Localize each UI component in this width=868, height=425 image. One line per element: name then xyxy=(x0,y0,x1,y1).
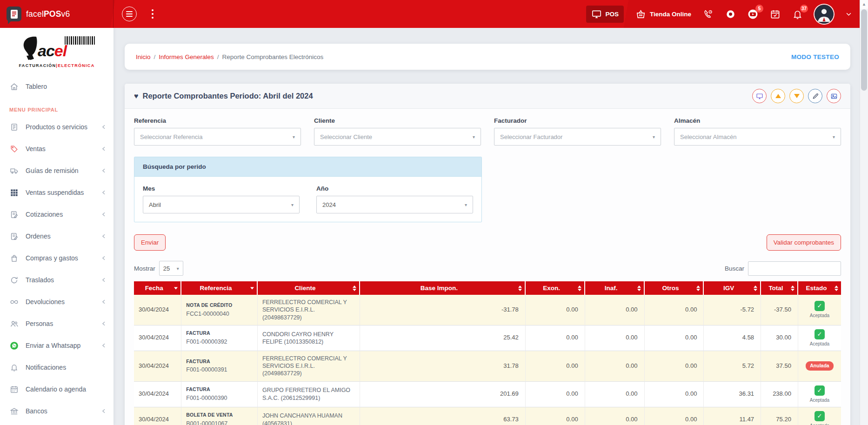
column-header-fecha[interactable]: Fecha xyxy=(134,281,181,295)
table-body: 30/04/2024NOTA DE CRÉDITOFCC1-00000040FE… xyxy=(134,295,841,425)
pos-button[interactable]: POS xyxy=(586,6,624,23)
column-header-estado[interactable]: Estado xyxy=(798,281,841,295)
sidebar-item-calendario-o-agenda[interactable]: Calendario o agenda xyxy=(0,380,114,398)
eye-record-button[interactable] xyxy=(725,9,736,20)
vertical-scrollbar[interactable]: ▲ xyxy=(860,0,868,425)
company-logo[interactable]: acel FACTURACIÓN|ELECTRÓNICA xyxy=(0,28,114,71)
calendar-check-button[interactable] xyxy=(770,9,781,20)
report-card: ♥ Reporte Comprobantes Periodo: Abril de… xyxy=(125,84,850,425)
periodo-panel: Búsqueda por perido Mes Abril ▾ Año 2024 xyxy=(134,157,482,222)
chevron-left-icon xyxy=(101,146,106,151)
tienda-online-button[interactable]: Tienda Online xyxy=(635,9,691,20)
column-header-inaf[interactable]: Inaf. xyxy=(585,281,645,295)
column-header-base-impon[interactable]: Base Impon. xyxy=(360,281,526,295)
page-size-select[interactable]: 25 ▾ xyxy=(159,261,183,276)
referencia-select[interactable]: Seleccionar Referencia ▾ xyxy=(134,128,301,146)
sort-icon xyxy=(250,287,254,289)
tags-icon xyxy=(9,144,19,153)
scrollbar-thumb[interactable] xyxy=(861,9,867,91)
column-header-referencia[interactable]: Referencia xyxy=(181,281,258,295)
table-row[interactable]: 30/04/2024FACTURAF001-00000390GRUPO FERR… xyxy=(134,382,841,407)
chevron-down-icon: ▾ xyxy=(473,134,475,139)
column-header-total[interactable]: Total xyxy=(761,281,798,295)
cell-base-impon: 63.73 xyxy=(360,407,526,425)
cell-total: 75.20 xyxy=(761,407,798,425)
breadcrumb-card: Inicio / Informes Generales / Reporte Co… xyxy=(125,44,850,70)
column-header-exon[interactable]: Exon. xyxy=(526,281,585,295)
sidebar-item-traslados[interactable]: Traslados xyxy=(0,271,114,289)
cell-inaf: 0.00 xyxy=(585,351,645,382)
sidebar-item-ventas-suspendidas[interactable]: Ventas suspendidas xyxy=(0,183,114,202)
sidebar-item-personas[interactable]: Personas xyxy=(0,314,114,333)
sidebar-item-enviar-a-whatsapp[interactable]: Enviar a Whatsapp xyxy=(0,336,114,355)
cell-fecha: 30/04/2024 xyxy=(134,295,181,325)
column-header-otros[interactable]: Otros xyxy=(645,281,704,295)
breadcrumb-inicio[interactable]: Inicio xyxy=(136,53,151,60)
youtube-button[interactable]: 5 xyxy=(748,9,758,20)
grid-icon xyxy=(9,188,19,197)
report-card-header: ♥ Reporte Comprobantes Periodo: Abril de… xyxy=(125,84,850,109)
sidebar-item-productos-o-servicios[interactable]: Productos o servicios xyxy=(0,118,114,136)
monitor-circle-button[interactable] xyxy=(752,89,767,103)
cell-igv: 4.58 xyxy=(704,325,761,351)
topbar-actions: POS Tienda Online 5 37 xyxy=(586,0,868,28)
sidebar-item-tablero[interactable]: Tablero xyxy=(0,77,114,96)
cell-referencia: NOTA DE CRÉDITOFCC1-00000040 xyxy=(181,295,258,325)
sidebar-item-notificaciones[interactable]: Notificaciones xyxy=(0,358,114,377)
report-actions xyxy=(752,89,841,103)
almacen-select[interactable]: Seleccionar Almacén ▾ xyxy=(674,128,841,146)
breadcrumb: Inicio / Informes Generales / Reporte Co… xyxy=(136,53,323,60)
sidebar-item-bancos[interactable]: Bancos xyxy=(0,402,114,420)
sort-icon xyxy=(578,286,581,291)
sort-icon xyxy=(754,286,757,291)
hamburger-menu-button[interactable] xyxy=(122,7,137,21)
bag-icon xyxy=(9,253,19,263)
user-avatar[interactable] xyxy=(815,5,834,24)
column-header-cliente[interactable]: Cliente xyxy=(258,281,360,295)
sidebar-item-guias-de-remision[interactable]: Guías de remisión xyxy=(0,161,114,180)
breadcrumb-informes[interactable]: Informes Generales xyxy=(159,53,214,60)
cell-exon: 0.00 xyxy=(526,382,585,407)
table-row[interactable]: 30/04/2024BOLETA DE VENTAB001-00001067JO… xyxy=(134,407,841,425)
arrow-down-circle-button[interactable] xyxy=(789,89,804,103)
sort-icon xyxy=(353,286,356,291)
scroll-up-button[interactable]: ▲ xyxy=(860,0,868,9)
table-header-row: FechaReferenciaClienteBase Impon.Exon.In… xyxy=(134,281,841,295)
image-circle-button[interactable] xyxy=(827,89,841,103)
kebab-menu-button[interactable] xyxy=(150,7,155,20)
table-row[interactable]: 30/04/2024NOTA DE CRÉDITOFCC1-00000040FE… xyxy=(134,295,841,325)
cell-inaf: 0.00 xyxy=(585,382,645,407)
sidebar-item-cotizaciones[interactable]: Cotizaciones xyxy=(0,205,114,224)
validar-comprobantes-button[interactable]: Validar comprobantes xyxy=(767,234,841,251)
edit-circle-button[interactable] xyxy=(808,89,822,103)
list-controls: Mostrar 25 ▾ Buscar xyxy=(134,261,841,276)
support-phone-button[interactable] xyxy=(703,9,714,20)
arrow-up-circle-button[interactable] xyxy=(771,89,785,103)
filters-row: Referencia Seleccionar Referencia ▾ Clie… xyxy=(134,117,841,146)
notifications-bell-button[interactable]: 37 xyxy=(792,9,803,20)
cell-exon: 0.00 xyxy=(526,351,585,382)
sidebar-item-devoluciones[interactable]: Devoluciones xyxy=(0,292,114,311)
triangle-down-icon xyxy=(794,94,800,98)
mes-select[interactable]: Abril ▾ xyxy=(143,196,300,213)
cliente-select[interactable]: Seleccionar Cliente ▾ xyxy=(314,128,481,146)
anio-select[interactable]: 2024 ▾ xyxy=(316,196,473,213)
chevron-down-icon[interactable] xyxy=(845,11,852,18)
table-row[interactable]: 30/04/2024FACTURAF001-00000392CONDORI CA… xyxy=(134,325,841,351)
sidebar-item-compras-y-gastos[interactable]: Compras y gastos xyxy=(0,249,114,267)
page-title: ♥ Reporte Comprobantes Periodo: Abril de… xyxy=(134,92,313,100)
status-check-icon: ✓ xyxy=(815,411,825,421)
sidebar-item-ordenes[interactable]: Ordenes xyxy=(0,227,114,246)
column-header-igv[interactable]: IGV xyxy=(704,281,761,295)
people-icon xyxy=(9,319,19,328)
search-input[interactable] xyxy=(748,261,841,276)
chevron-left-icon xyxy=(101,278,106,282)
chevron-down-icon: ▾ xyxy=(293,134,295,139)
cell-total: 238.00 xyxy=(761,382,798,407)
facturador-select[interactable]: Seleccionar Facturador ▾ xyxy=(494,128,661,146)
sidebar-item-ventas[interactable]: Ventas xyxy=(0,139,114,158)
sort-icon xyxy=(835,286,838,291)
brand-logo[interactable]: facelPOSv6 xyxy=(0,0,114,28)
table-row[interactable]: 30/04/2024FACTURAF001-00000391FERRELECTR… xyxy=(134,351,841,382)
enviar-button[interactable]: Enviar xyxy=(134,234,166,251)
